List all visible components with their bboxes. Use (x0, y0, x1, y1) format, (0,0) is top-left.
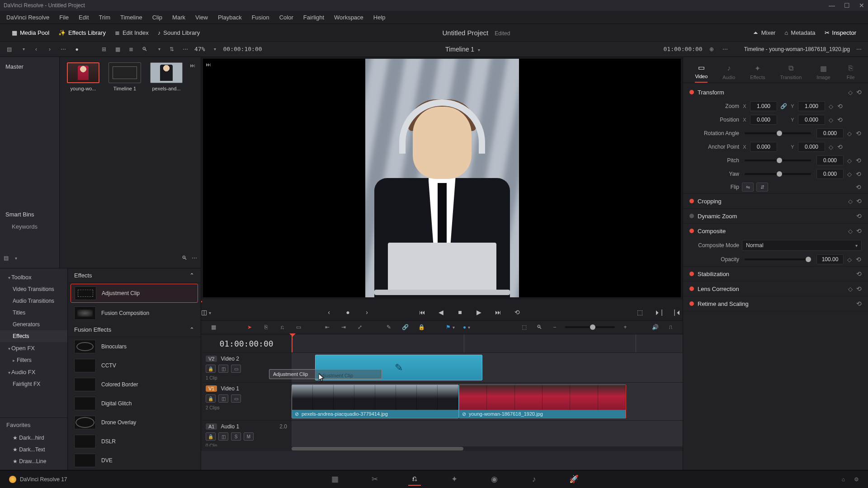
playhead[interactable] (292, 334, 292, 352)
pos-y-input[interactable] (798, 115, 825, 125)
mixer-button[interactable]: ⏶Mixer (750, 28, 778, 38)
loop-icon[interactable]: ⟲ (512, 307, 522, 317)
track-lock-icon[interactable]: 🔒 (206, 394, 216, 403)
menu-davinci[interactable]: DaVinci Resolve (2, 12, 54, 23)
audio-icon[interactable]: 🔊 (650, 322, 660, 332)
zoom-in-icon[interactable]: + (620, 322, 630, 332)
fx-search-icon[interactable]: 🔍︎ (182, 255, 187, 261)
window-maximize-button[interactable]: ☐ (844, 2, 850, 9)
page-edit[interactable]: ⎌ (408, 473, 421, 486)
play-icon[interactable]: ▶ (474, 307, 484, 317)
next-edit-icon[interactable]: › (362, 307, 372, 317)
zoom-out-icon[interactable]: − (550, 322, 560, 332)
inspector-tab-file[interactable]: ⎘File (845, 64, 856, 83)
marker-icon[interactable]: ● (462, 322, 472, 332)
inspector-tab-video[interactable]: ▭Video (695, 63, 708, 83)
fx-filters[interactable]: Filters (0, 354, 67, 366)
media-pool-button[interactable]: ▦Media Pool (9, 28, 52, 38)
fx-item-adjustment-clip[interactable]: Adjustment Clip (71, 284, 198, 303)
track-lock-icon[interactable]: 🔒 (206, 365, 216, 373)
fx-item[interactable]: Drone Overlay (68, 413, 201, 432)
inspector-tab-audio[interactable]: ♪Audio (722, 64, 735, 83)
clip-thumb[interactable]: young-wo... (65, 62, 101, 91)
fx-group-header[interactable]: Effects⌃ (68, 268, 201, 283)
timeline-name[interactable]: Timeline 1 (445, 46, 474, 53)
clip-thumb[interactable]: Timeline 1 (107, 62, 143, 91)
strip-view-icon[interactable]: ▦ (113, 45, 122, 54)
home-icon[interactable]: ⌂ (842, 476, 845, 483)
search-dropdown[interactable] (154, 45, 163, 54)
tc-opts-icon[interactable]: ⊕ (707, 45, 716, 54)
goto-start-icon[interactable]: ⏮ (417, 307, 427, 317)
crop-dropdown[interactable]: ◫ (201, 307, 211, 317)
window-minimize-button[interactable]: — (829, 2, 835, 9)
fx-panel-dd[interactable] (13, 255, 17, 261)
opacity-slider[interactable] (745, 258, 811, 260)
solo-icon[interactable]: S (231, 432, 241, 441)
reset-icon[interactable]: ⟲ (855, 256, 862, 263)
record-icon[interactable]: ● (72, 45, 81, 54)
menu-fusion[interactable]: Fusion (247, 12, 274, 23)
reset-icon[interactable]: ⟲ (837, 143, 843, 150)
keyframe-icon[interactable]: ◇ (828, 144, 834, 150)
keyframe-icon[interactable]: ◇ (846, 157, 853, 164)
track-lane[interactable]: ⊘pexels-andrea-piacquadio-3779414.jpg ⊘y… (292, 383, 683, 420)
inspector-button[interactable]: ✂Inspector (822, 28, 859, 38)
fx-video-transitions[interactable]: Video Transitions (0, 283, 67, 295)
zoom-percent[interactable]: 47% (194, 46, 205, 52)
menu-workspace[interactable]: Workspace (330, 12, 368, 23)
fx-toolbox[interactable]: Toolbox (0, 271, 67, 283)
more-icon[interactable]: ⋯ (59, 45, 68, 54)
clip-thumb[interactable]: pexels-and... (148, 62, 184, 91)
fx-titles[interactable]: Titles (0, 307, 67, 319)
flip-v-button[interactable]: ⇵ (756, 183, 768, 192)
timeline-scrollbar[interactable] (292, 447, 463, 450)
fx-group-header[interactable]: Fusion Effects⌃ (68, 323, 201, 337)
flag-icon[interactable]: ⚑ (445, 322, 455, 332)
fx-item[interactable]: Colored Border (68, 375, 201, 394)
zoom-slider[interactable] (565, 326, 615, 328)
fx-item[interactable]: CCTV (68, 356, 201, 375)
reset-icon[interactable]: ⟲ (837, 116, 843, 123)
sort-icon[interactable]: ⇅ (167, 45, 176, 54)
fx-audiofx[interactable]: Audio FX (0, 366, 67, 378)
arm-icon[interactable]: ◫ (218, 432, 228, 441)
overwrite-icon[interactable]: ⇥ (339, 322, 349, 332)
keyframe-icon[interactable]: ◇ (828, 103, 834, 110)
tl-opts-icon[interactable]: ⎍ (665, 322, 675, 332)
selection-tool-icon[interactable]: ➤ (245, 322, 255, 332)
page-fusion[interactable]: ✦ (448, 473, 461, 486)
track-lane[interactable]: ✎ Adjustment Clip Adjustment Clip (292, 353, 683, 382)
fx-item[interactable]: DVE (68, 451, 201, 470)
menu-help[interactable]: Help (369, 12, 390, 23)
pos-x-input[interactable] (750, 115, 777, 125)
page-color[interactable]: ◉ (488, 473, 500, 486)
menu-clip[interactable]: Clip (148, 12, 167, 23)
zoom-y-input[interactable] (798, 101, 825, 111)
inspector-tab-image[interactable]: ▦Image (816, 64, 830, 83)
reset-icon[interactable]: ⟲ (837, 103, 843, 110)
trim-tool-icon[interactable]: ⎘ (261, 322, 271, 332)
reset-icon[interactable]: ⟲ (855, 183, 862, 191)
dynamic-trim-icon[interactable]: ⎌ (277, 322, 287, 332)
pitch-input[interactable] (816, 155, 844, 165)
anchor-x-input[interactable] (750, 142, 777, 152)
keywords-bin[interactable]: Keywords (4, 221, 56, 233)
edit-index-button[interactable]: ≣Edit Index (112, 28, 151, 38)
blade-tool-icon[interactable]: ▭ (293, 322, 303, 332)
sound-library-button[interactable]: ♪Sound Library (155, 28, 203, 38)
fx-item[interactable]: Binoculars (68, 337, 201, 356)
fx-fairlightfx[interactable]: Fairlight FX (0, 378, 67, 390)
auto-select-icon[interactable]: ◫ (218, 365, 228, 373)
bin-dropdown[interactable] (18, 45, 27, 54)
page-deliver[interactable]: 🚀 (567, 473, 580, 486)
menu-edit[interactable]: Edit (74, 12, 93, 23)
detail-zoom-icon[interactable]: 🔍︎ (534, 322, 544, 332)
fx-audio-transitions[interactable]: Audio Transitions (0, 295, 67, 307)
prev-clip-icon[interactable]: |⏴ (673, 307, 683, 317)
pitch-slider[interactable] (745, 160, 811, 161)
fx-openfx[interactable]: Open FX (0, 342, 67, 354)
fx-panel-icon[interactable]: ▤ (4, 255, 9, 261)
search-icon[interactable]: 🔍︎ (140, 45, 149, 54)
menu-view[interactable]: View (191, 12, 212, 23)
